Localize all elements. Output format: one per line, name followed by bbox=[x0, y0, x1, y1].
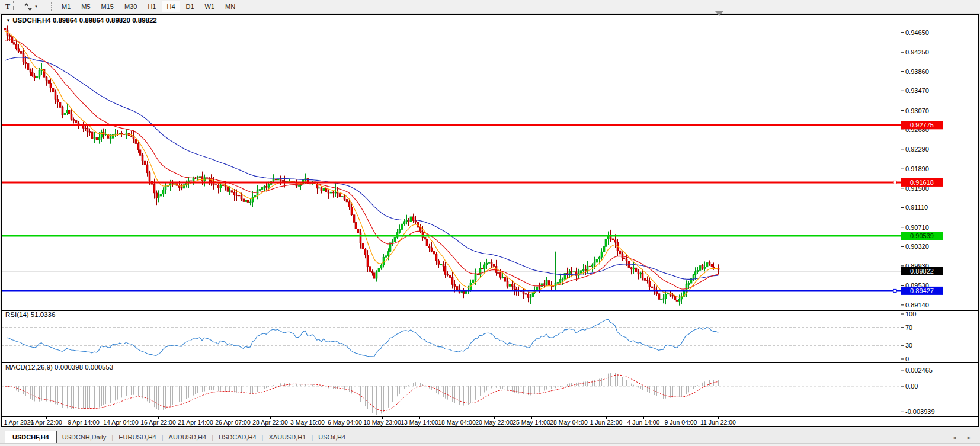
chart-background bbox=[1, 14, 979, 427]
price-scale-label: 0.94650 bbox=[905, 29, 929, 36]
tab-scroll-controls: ◄ ► bbox=[952, 428, 972, 444]
rsi-scale-label: 0 bbox=[905, 355, 909, 362]
chart-tab-xauusd-h1[interactable]: XAUUSD,H1 bbox=[263, 431, 311, 444]
macd-scale-label: 0.002465 bbox=[905, 367, 933, 374]
timeframe-button-m1[interactable]: M1 bbox=[57, 1, 75, 12]
price-scale-label: 0.90320 bbox=[905, 243, 929, 250]
date-label: 20 May 22:00 bbox=[475, 419, 513, 426]
line-edit-handle bbox=[893, 289, 896, 292]
date-label: 11 Jun 22:00 bbox=[700, 419, 736, 426]
price-scale-label: 0.91110 bbox=[905, 204, 928, 211]
chart-tab-usdcad-h4[interactable]: USDCAD,H4 bbox=[213, 431, 262, 444]
level-price-chip-text: 0.90539 bbox=[910, 232, 934, 239]
date-label: 9 Apr 14:00 bbox=[68, 419, 100, 426]
level-price-chip-text: 0.91618 bbox=[910, 179, 934, 186]
date-label: 16 Apr 22:00 bbox=[140, 419, 176, 426]
tab-scroll-right-icon[interactable]: ► bbox=[966, 431, 972, 441]
timeframe-button-m30[interactable]: M30 bbox=[120, 1, 142, 12]
date-label: 4 Jun 14:00 bbox=[627, 419, 660, 426]
arrows-tool-button[interactable]: ▼ bbox=[15, 1, 47, 12]
text-tool-button[interactable]: T bbox=[2, 1, 14, 12]
date-label: 1 Jun 22:00 bbox=[590, 419, 623, 426]
price-scale-label: 0.91890 bbox=[905, 165, 929, 172]
toolbar-grip[interactable] bbox=[51, 2, 53, 11]
tab-scroll-left-icon[interactable]: ◄ bbox=[952, 431, 957, 441]
date-label: 6 Apr 22:00 bbox=[30, 419, 62, 426]
status-bar bbox=[0, 443, 980, 446]
price-scale-label: 0.94250 bbox=[905, 49, 929, 56]
level-price-chip-text: 0.92775 bbox=[910, 121, 934, 129]
chart-shift-marker-icon[interactable] bbox=[715, 11, 723, 16]
macd-scale-label: -0.003939 bbox=[905, 408, 935, 415]
price-scale-label: 0.90710 bbox=[905, 224, 929, 231]
timeframe-toolbar: T ▼ M1M5M15M30H1H4D1W1MN bbox=[0, 0, 980, 14]
date-label: 6 May 04:00 bbox=[328, 419, 362, 426]
price-scale-label: 0.93470 bbox=[905, 87, 929, 94]
date-label: 28 Apr 22:00 bbox=[252, 419, 288, 426]
chart-tab-audusd-h4[interactable]: AUDUSD,H4 bbox=[164, 431, 212, 444]
date-label: 9 Jun 04:00 bbox=[665, 419, 697, 426]
timeframe-buttons: M1M5M15M30H1H4D1W1MN bbox=[56, 1, 241, 12]
rsi-scale-label: 30 bbox=[905, 342, 912, 349]
chart-tab-bar: USDCHF,H4USDCNH,Daily|EURUSD,H4|AUDUSD,H… bbox=[0, 428, 980, 444]
date-label: 14 Apr 04:00 bbox=[103, 419, 139, 426]
date-label: 28 May 04:00 bbox=[550, 419, 588, 426]
date-label: 18 May 04:00 bbox=[438, 419, 476, 426]
timeframe-button-m5[interactable]: M5 bbox=[76, 1, 95, 12]
mt4-workspace: T ▼ M1M5M15M30H1H4D1W1MN 0.946500.942500… bbox=[0, 0, 980, 446]
timeframe-button-w1[interactable]: W1 bbox=[200, 1, 220, 12]
chevron-down-icon: ▼ bbox=[34, 5, 38, 8]
date-label: 25 May 14:00 bbox=[513, 419, 550, 426]
timeframe-button-mn[interactable]: MN bbox=[220, 1, 240, 12]
date-label: 10 May 23:00 bbox=[363, 419, 401, 426]
rsi-scale-label: 70 bbox=[905, 324, 912, 331]
price-scale-label: 0.93070 bbox=[905, 107, 929, 114]
line-edit-handle bbox=[893, 181, 896, 184]
chart-tab-usoil-h4[interactable]: USOil,H4 bbox=[313, 431, 351, 444]
current-price-chip-text: 0.89822 bbox=[910, 268, 934, 275]
timeframe-button-h4[interactable]: H4 bbox=[162, 1, 180, 12]
rsi-scale-label: 100 bbox=[905, 310, 916, 317]
chart-window: 0.946500.942500.938600.934700.930700.926… bbox=[1, 14, 979, 427]
chart-tab-usdcnh-daily[interactable]: USDCNH,Daily bbox=[57, 431, 112, 444]
chart-tab-usdchf-h4[interactable]: USDCHF,H4 bbox=[5, 431, 57, 444]
diagonal-arrows-icon bbox=[24, 3, 33, 11]
date-label: 26 Apr 07:00 bbox=[215, 419, 251, 426]
date-label: 21 Apr 14:00 bbox=[178, 419, 213, 426]
macd-scale-label: 0.00 bbox=[905, 383, 918, 390]
chart-tabs: USDCHF,H4USDCNH,Daily|EURUSD,H4|AUDUSD,H… bbox=[5, 428, 351, 444]
timeframe-button-m15[interactable]: M15 bbox=[97, 1, 119, 12]
price-scale-label: 0.89140 bbox=[905, 301, 929, 309]
level-price-chip-text: 0.89427 bbox=[910, 287, 934, 294]
chart-tab-eurusd-h4[interactable]: EURUSD,H4 bbox=[113, 431, 162, 444]
date-label: 3 May 15:00 bbox=[290, 419, 325, 426]
timeframe-button-d1[interactable]: D1 bbox=[181, 1, 199, 12]
timeframe-button-h1[interactable]: H1 bbox=[143, 1, 161, 12]
date-label: 1 Apr 2021 bbox=[4, 419, 34, 426]
price-chart-canvas[interactable]: 0.946500.942500.938600.934700.930700.926… bbox=[1, 14, 979, 427]
date-label: 13 May 14:00 bbox=[401, 419, 438, 426]
price-scale-label: 0.92290 bbox=[905, 146, 929, 153]
price-scale-label: 0.93860 bbox=[905, 68, 929, 75]
